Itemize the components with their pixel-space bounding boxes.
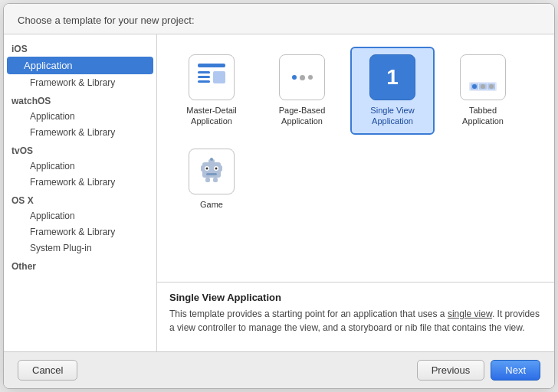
sidebar-item-osx-framework[interactable]: Framework & Library <box>7 224 153 240</box>
svg-point-11 <box>489 84 494 89</box>
dialog-header: Choose a template for your new project: <box>4 4 554 34</box>
tabbed-label: TabbedApplication <box>462 105 504 127</box>
sidebar-item-tvos-application[interactable]: Application <box>7 158 153 174</box>
sidebar-section-tvos: tvOS <box>4 141 156 158</box>
description-title: Single View Application <box>169 292 542 303</box>
template-master-detail[interactable]: Master-DetailApplication <box>169 47 254 135</box>
dialog: Choose a template for your new project: … <box>3 3 555 389</box>
sidebar-item-ios-application[interactable]: Application <box>7 57 153 74</box>
sidebar-item-tvos-framework[interactable]: Framework & Library <box>7 175 153 190</box>
game-icon <box>189 149 235 194</box>
description-area: Single View Application This template pr… <box>157 283 554 351</box>
sidebar: iOS Application Framework & Library watc… <box>4 34 157 351</box>
svg-rect-1 <box>198 71 210 74</box>
sidebar-item-osx-plugin[interactable]: System Plug-in <box>7 240 153 256</box>
template-game[interactable]: Game <box>169 141 254 217</box>
page-based-icon <box>279 54 325 100</box>
svg-rect-23 <box>213 178 218 182</box>
sidebar-item-watchos-framework[interactable]: Framework & Library <box>7 125 153 140</box>
sidebar-section-watchos: watchOS <box>4 91 156 108</box>
svg-point-19 <box>210 158 213 161</box>
tabbed-icon <box>460 54 506 100</box>
sidebar-section-osx: OS X <box>4 191 156 207</box>
navigation-buttons: Previous Next <box>417 360 540 381</box>
svg-point-16 <box>215 167 218 169</box>
single-view-number: 1 <box>386 65 399 90</box>
dialog-body: iOS Application Framework & Library watc… <box>4 34 554 351</box>
single-view-label: Single ViewApplication <box>370 105 414 127</box>
svg-rect-3 <box>198 80 210 83</box>
svg-point-10 <box>481 84 485 89</box>
dialog-footer: Cancel Previous Next <box>4 351 554 388</box>
sidebar-item-watchos-application[interactable]: Application <box>7 109 153 124</box>
svg-rect-2 <box>198 76 210 78</box>
svg-rect-22 <box>205 178 210 182</box>
next-button[interactable]: Next <box>491 360 540 381</box>
template-single-view[interactable]: 1 Single ViewApplication <box>350 47 435 135</box>
svg-point-15 <box>206 167 208 169</box>
svg-rect-20 <box>201 165 204 172</box>
master-detail-label: Master-DetailApplication <box>186 105 236 127</box>
template-tabbed[interactable]: TabbedApplication <box>441 47 525 135</box>
sidebar-section-other: Other <box>4 256 156 273</box>
page-based-label: Page-BasedApplication <box>279 105 326 127</box>
template-grid: Master-DetailApplication Page-BasedAppli… <box>157 34 554 283</box>
sidebar-item-osx-application[interactable]: Application <box>7 208 153 224</box>
sidebar-item-ios-framework[interactable]: Framework & Library <box>7 75 153 90</box>
cancel-button[interactable]: Cancel <box>18 360 77 381</box>
content-area: Master-DetailApplication Page-BasedAppli… <box>157 34 554 351</box>
template-page-based[interactable]: Page-BasedApplication <box>260 47 344 135</box>
game-label: Game <box>200 199 223 210</box>
description-text: This template provides a starting point … <box>169 307 542 335</box>
master-detail-icon <box>189 54 235 100</box>
sidebar-section-ios: iOS <box>4 39 156 56</box>
svg-point-9 <box>472 84 477 89</box>
svg-rect-17 <box>206 173 217 175</box>
svg-rect-21 <box>219 165 222 172</box>
header-text: Choose a template for your new project: <box>18 15 195 26</box>
single-view-icon: 1 <box>369 54 415 100</box>
previous-button[interactable]: Previous <box>417 360 485 381</box>
svg-rect-0 <box>198 64 225 67</box>
svg-rect-4 <box>213 71 225 83</box>
